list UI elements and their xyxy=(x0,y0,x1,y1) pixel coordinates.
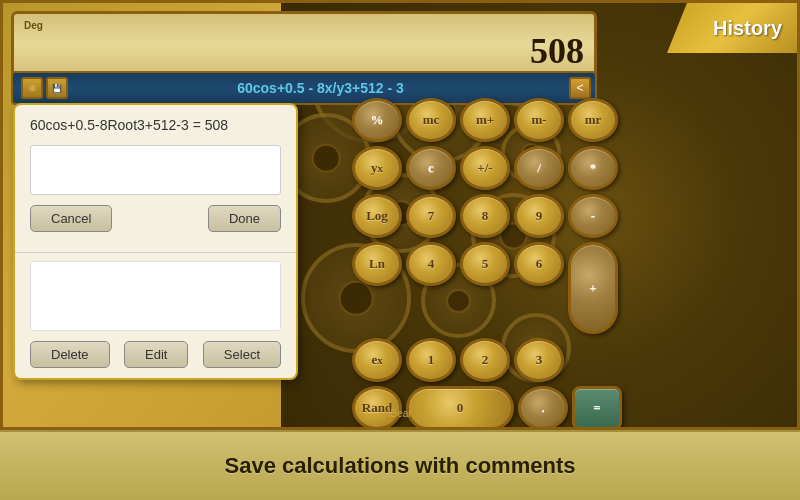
popup-divider xyxy=(15,252,296,253)
popup-bottom-buttons: Delete Edit Select xyxy=(15,341,296,378)
history-label: History xyxy=(713,17,782,40)
three-button[interactable]: 3 xyxy=(514,338,564,382)
multiply-button[interactable]: * xyxy=(568,146,618,190)
nine-button[interactable]: 9 xyxy=(514,194,564,238)
mc-button[interactable]: mc xyxy=(406,98,456,142)
calculator-buttons: % mc m+ m- mr yx c +/- / * Log 7 8 9 - L… xyxy=(352,98,642,430)
clear-button[interactable]: c xyxy=(406,146,456,190)
minus-button[interactable]: - xyxy=(568,194,618,238)
popup-text-input[interactable] xyxy=(30,145,281,195)
log-button[interactable]: Log xyxy=(352,194,402,238)
button-row-2: yx c +/- / * xyxy=(352,146,642,190)
zero-button[interactable]: 0 xyxy=(406,386,514,430)
save-popup: 60cos+0.5-8Root3+512-3 = 508 Cancel Done… xyxy=(13,103,298,380)
button-row-3: Log 7 8 9 - xyxy=(352,194,642,238)
button-row-5: ex 1 2 3 xyxy=(352,338,642,382)
m-plus-button[interactable]: m+ xyxy=(460,98,510,142)
done-button[interactable]: Done xyxy=(208,205,281,232)
mr-button[interactable]: mr xyxy=(568,98,618,142)
display-area: Deg 508 xyxy=(11,11,597,78)
display-label: Deg xyxy=(24,20,584,31)
popup-content: 60cos+0.5-8Root3+512-3 = 508 Cancel Done xyxy=(15,105,296,244)
button-row-4: Ln 4 5 6 + xyxy=(352,242,642,334)
two-button[interactable]: 2 xyxy=(460,338,510,382)
six-button[interactable]: 6 xyxy=(514,242,564,286)
plusminus-button[interactable]: +/- xyxy=(460,146,510,190)
expression-text: 60cos+0.5 - 8x/y3+512 - 3 xyxy=(76,80,565,96)
expression-icons: ⊞ 💾 xyxy=(21,77,68,99)
m-minus-button[interactable]: m- xyxy=(514,98,564,142)
button-row-1: % mc m+ m- mr xyxy=(352,98,642,142)
popup-button-row: Cancel Done xyxy=(30,205,281,232)
cancel-button[interactable]: Cancel xyxy=(30,205,112,232)
edit-button[interactable]: Edit xyxy=(124,341,188,368)
yx-button[interactable]: yx xyxy=(352,146,402,190)
five-button[interactable]: 5 xyxy=(460,242,510,286)
popup-notes-area[interactable] xyxy=(30,261,281,331)
one-button[interactable]: 1 xyxy=(406,338,456,382)
grid-icon[interactable]: ⊞ xyxy=(21,77,43,99)
backspace-button[interactable]: < xyxy=(569,77,591,99)
seven-button[interactable]: 7 xyxy=(406,194,456,238)
bottom-bar: Save calculations with comments xyxy=(0,430,800,500)
equals-button[interactable]: = xyxy=(572,386,622,430)
popup-equation: 60cos+0.5-8Root3+512-3 = 508 xyxy=(30,117,281,133)
save-icon[interactable]: 💾 xyxy=(46,77,68,99)
select-button[interactable]: Select xyxy=(203,341,281,368)
calculator-main: Deg 508 ⊞ 💾 60cos+0.5 - 8x/y3+512 - 3 < … xyxy=(0,0,800,430)
display-number: 508 xyxy=(24,33,584,69)
percent-button[interactable]: % xyxy=(352,98,402,142)
ex-button[interactable]: ex xyxy=(352,338,402,382)
four-button[interactable]: 4 xyxy=(406,242,456,286)
eight-button[interactable]: 8 xyxy=(460,194,510,238)
dot-button[interactable]: . xyxy=(518,386,568,430)
ibear-label: iBear xyxy=(388,408,411,419)
bottom-text: Save calculations with comments xyxy=(225,453,576,479)
divide-button[interactable]: / xyxy=(514,146,564,190)
history-button[interactable]: History xyxy=(667,3,797,53)
plus-button[interactable]: + xyxy=(568,242,618,334)
delete-button[interactable]: Delete xyxy=(30,341,110,368)
ln-button[interactable]: Ln xyxy=(352,242,402,286)
